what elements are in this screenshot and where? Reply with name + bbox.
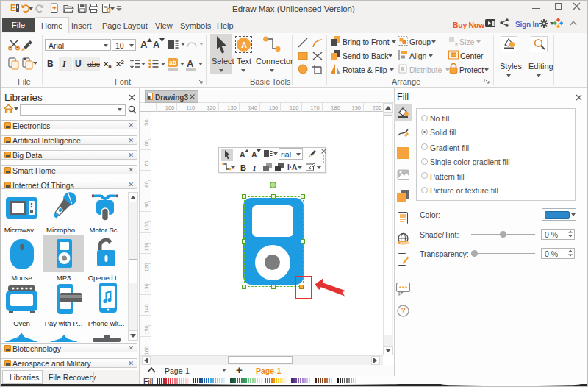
svg-text:www: www xyxy=(401,241,409,245)
svg-text:E: E xyxy=(10,3,16,13)
svg-text:?: ? xyxy=(401,306,406,315)
